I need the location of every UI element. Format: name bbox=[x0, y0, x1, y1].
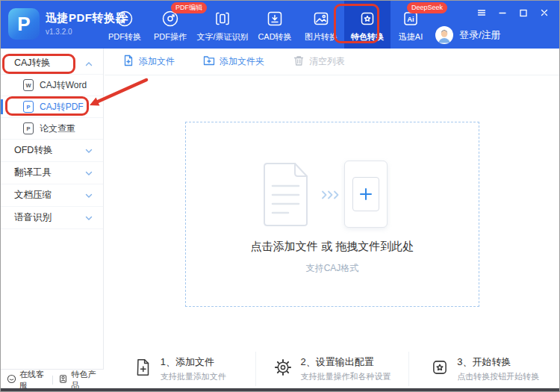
nav-label: 迅捷AI bbox=[399, 31, 423, 43]
section-label: 文档压缩 bbox=[14, 189, 52, 202]
nav-cad-convert[interactable]: CAD转换 bbox=[252, 1, 298, 49]
plus-icon bbox=[352, 177, 379, 211]
nav-xunjie-ai[interactable]: DeepSeek Ai 迅捷AI bbox=[391, 1, 431, 49]
step-desc: 支持批量添加文件 bbox=[161, 371, 226, 382]
item-label: CAJ转PDF bbox=[40, 101, 84, 113]
add-file-card[interactable] bbox=[344, 161, 388, 228]
chevron-up-icon bbox=[85, 58, 93, 69]
footer-label: 特色产品 bbox=[71, 369, 98, 391]
clear-list-button[interactable]: 清空列表 bbox=[293, 55, 345, 69]
avatar bbox=[435, 26, 453, 44]
dropzone-hint: 点击添加文件 或 拖拽文件到此处 bbox=[186, 240, 479, 254]
nav-label: 图片转换 bbox=[305, 31, 337, 43]
cad-convert-icon bbox=[266, 9, 284, 28]
add-folder-icon bbox=[203, 55, 215, 69]
step-desc: 支持批量操作和各种设置 bbox=[300, 371, 391, 382]
item-label: 论文查重 bbox=[40, 122, 75, 135]
chevron-down-icon bbox=[85, 168, 93, 178]
window-controls bbox=[476, 7, 550, 18]
ocr-scan-icon bbox=[214, 9, 231, 28]
step-title: 1、添加文件 bbox=[161, 355, 226, 369]
chevron-down-icon bbox=[85, 146, 93, 156]
doc-w-icon: W bbox=[23, 79, 34, 91]
document-placeholder-icon bbox=[264, 163, 308, 229]
dropzone-format-note: 支持CAJ格式 bbox=[186, 262, 479, 275]
doc-p-icon: P bbox=[23, 122, 34, 134]
sidebar-section-doc-compress[interactable]: 文档压缩 bbox=[1, 184, 103, 207]
steps-guide: 1、添加文件 支持批量添加文件 2、设置输出配置 支持批量操作和各种设置 3、开… bbox=[104, 352, 560, 386]
step-start-convert: 3、开始转换 点击转换按钮开始转换 bbox=[408, 352, 560, 386]
footer-label: 在线客服 bbox=[19, 369, 46, 391]
top-nav: PDF转换 PDF编辑 PDF操作 文字/票证识别 CAD转换 bbox=[102, 1, 431, 49]
sidebar-section-translate[interactable]: 翻译工具 bbox=[1, 162, 103, 184]
chevron-down-icon bbox=[85, 213, 93, 223]
login-register[interactable]: 登录/注册 bbox=[435, 26, 501, 44]
sidebar-item-paper-check[interactable]: P 论文查重 bbox=[1, 118, 103, 140]
section-label: OFD转换 bbox=[14, 144, 52, 157]
nav-label: CAD转换 bbox=[258, 31, 291, 43]
file-plus-icon bbox=[134, 358, 153, 380]
convert-star-icon bbox=[430, 358, 449, 380]
button-label: 添加文件夹 bbox=[220, 55, 264, 68]
app-logo: P bbox=[8, 8, 40, 40]
topbar: P 迅捷PDF转换器 v1.3.2.0 PDF转换 PDF编辑 PDF操作 bbox=[1, 1, 559, 49]
add-folder-button[interactable]: 添加文件夹 bbox=[203, 55, 264, 69]
customer-service-icon bbox=[7, 374, 16, 385]
sidebar-section-caj[interactable]: CAJ转换 bbox=[1, 52, 103, 75]
sidebar-section-speech[interactable]: 语音识别 bbox=[1, 207, 103, 229]
logo-letter: P bbox=[17, 13, 30, 36]
item-label: CAJ转Word bbox=[40, 79, 87, 92]
gear-icon bbox=[273, 358, 293, 380]
pdf-edit-badge: PDF编辑 bbox=[171, 2, 207, 13]
file-toolbar: 添加文件 添加文件夹 清空列表 bbox=[105, 49, 560, 75]
nav-image-convert[interactable]: 图片转换 bbox=[298, 1, 344, 49]
file-dropzone[interactable]: 点击添加文件 或 拖拽文件到此处 支持CAJ格式 bbox=[185, 122, 479, 307]
step-desc: 点击转换按钮开始转换 bbox=[457, 371, 539, 382]
nav-pdf-convert[interactable]: PDF转换 bbox=[102, 1, 147, 49]
sidebar-item-caj-to-pdf[interactable]: P CAJ转PDF bbox=[1, 96, 103, 118]
login-label: 登录/注册 bbox=[459, 28, 501, 42]
nav-label: PDF操作 bbox=[154, 31, 187, 43]
featured-products-link[interactable]: 特色产品 bbox=[52, 369, 104, 391]
nav-label: PDF转换 bbox=[108, 31, 141, 43]
section-label: CAJ转换 bbox=[14, 57, 51, 69]
sidebar-footer: 在线客服 特色产品 bbox=[1, 369, 104, 390]
nav-label: 特色转换 bbox=[351, 31, 384, 43]
section-label: 翻译工具 bbox=[14, 167, 52, 179]
sidebar: CAJ转换 W CAJ转Word P CAJ转PDF P 论文查重 OFD转换 … bbox=[1, 49, 104, 390]
close-icon[interactable] bbox=[538, 7, 550, 18]
svg-text:Ai: Ai bbox=[407, 15, 414, 23]
button-label: 添加文件 bbox=[139, 55, 175, 68]
product-badge-icon bbox=[58, 374, 68, 385]
step-title: 2、设置输出配置 bbox=[300, 355, 391, 369]
nav-pdf-operate[interactable]: PDF编辑 PDF操作 bbox=[147, 1, 193, 49]
add-file-icon bbox=[122, 55, 134, 69]
nav-featured-convert[interactable]: 特色转换 bbox=[344, 1, 391, 49]
section-label: 语音识别 bbox=[14, 211, 52, 224]
deepseek-badge: DeepSeek bbox=[407, 2, 447, 13]
minimize-icon[interactable] bbox=[497, 7, 508, 18]
step-configure-output: 2、设置输出配置 支持批量操作和各种设置 bbox=[255, 352, 408, 386]
pdf-convert-icon bbox=[116, 9, 134, 28]
app-window: P 迅捷PDF转换器 v1.3.2.0 PDF转换 PDF编辑 PDF操作 bbox=[0, 0, 560, 392]
doc-p-icon: P bbox=[23, 101, 34, 113]
chevron-down-icon bbox=[85, 190, 93, 201]
button-label: 清空列表 bbox=[309, 55, 345, 68]
window-bottom-edge bbox=[1, 388, 559, 391]
sidebar-section-ofd[interactable]: OFD转换 bbox=[1, 140, 103, 162]
image-convert-icon bbox=[312, 9, 330, 28]
maximize-icon[interactable] bbox=[517, 7, 529, 18]
featured-convert-icon bbox=[358, 9, 376, 28]
step-title: 3、开始转换 bbox=[457, 355, 539, 369]
add-file-button[interactable]: 添加文件 bbox=[122, 55, 175, 69]
online-service-link[interactable]: 在线客服 bbox=[1, 369, 52, 391]
trash-icon bbox=[293, 55, 305, 69]
sidebar-item-caj-to-word[interactable]: W CAJ转Word bbox=[1, 75, 103, 96]
menu-icon[interactable] bbox=[476, 7, 488, 18]
step-add-file: 1、添加文件 支持批量添加文件 bbox=[104, 352, 255, 386]
arrows-right-icon bbox=[321, 189, 340, 202]
nav-label: 文字/票证识别 bbox=[196, 31, 248, 43]
